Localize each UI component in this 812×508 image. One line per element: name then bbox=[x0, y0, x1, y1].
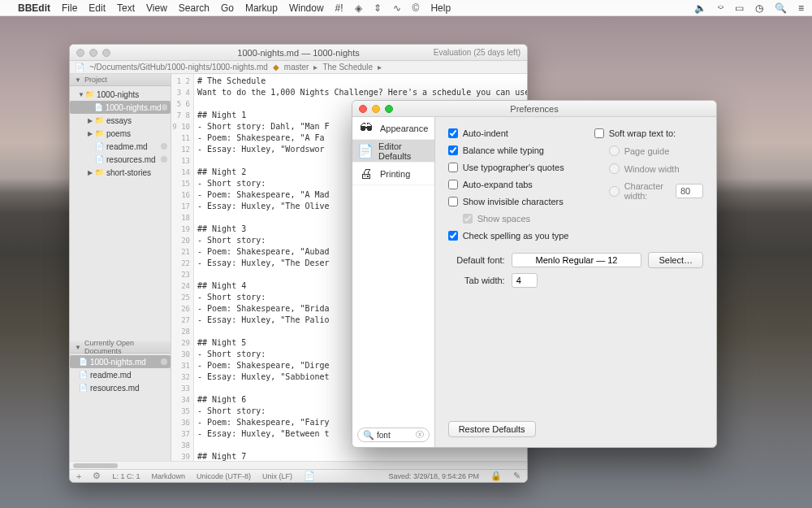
menu-file[interactable]: File bbox=[62, 2, 77, 14]
page-guide-radio[interactable]: Page guide bbox=[609, 145, 703, 156]
auto-expand-tabs-checkbox[interactable]: Auto-expand tabs bbox=[448, 180, 594, 189]
window-width-radio[interactable]: Window width bbox=[609, 163, 703, 174]
line-gutter[interactable]: 1 2 3 4 5 6 7 8 9 10 11 12 13 14 15 16 1… bbox=[171, 74, 194, 461]
prefs-titlebar[interactable]: Preferences bbox=[352, 101, 716, 117]
default-font-field[interactable] bbox=[512, 253, 642, 267]
status-bar: + ⚙ L: 1 C: 1 Markdown Unicode (UTF-8) U… bbox=[70, 469, 527, 482]
prefs-pane-list: 🕶Appearance📄Editor Defaults🖨Printing 🔍 f… bbox=[352, 117, 435, 447]
prefs-pane-appearance[interactable]: 🕶Appearance bbox=[352, 117, 434, 140]
spotlight-icon[interactable]: 🔍 bbox=[775, 2, 787, 14]
add-icon[interactable]: + bbox=[76, 471, 81, 481]
char-width-field[interactable] bbox=[676, 184, 703, 198]
open-docs-list[interactable]: 📄1000-nights.md📄readme.md📄resources.md bbox=[70, 354, 171, 396]
volume-icon[interactable]: 🔈 bbox=[694, 2, 706, 14]
menu-view[interactable]: View bbox=[146, 2, 167, 14]
tree-item[interactable]: 📄resources.md bbox=[70, 153, 171, 166]
editor-titlebar[interactable]: 1000-nights.md — 1000-nights Evaluation … bbox=[70, 45, 527, 61]
scrollbar-thumb[interactable] bbox=[73, 463, 118, 468]
copyright-icon[interactable]: © bbox=[412, 2, 420, 14]
cursor-position: L: 1 C: 1 bbox=[112, 472, 140, 480]
default-font-label: Default font: bbox=[448, 255, 505, 265]
sidebar: ▼Project ▼📁1000-nights📄1000-nights.md▶📁e… bbox=[70, 74, 171, 461]
clear-search-icon[interactable]: ⓧ bbox=[416, 429, 424, 441]
restore-defaults-button[interactable]: Restore Defaults bbox=[448, 421, 536, 437]
horizontal-scrollbar[interactable] bbox=[70, 461, 527, 469]
balance-checkbox[interactable]: Balance while typing bbox=[448, 145, 594, 155]
open-doc-item[interactable]: 📄readme.md bbox=[70, 368, 171, 381]
menu-extra-icon[interactable]: ≡ bbox=[798, 2, 804, 14]
tree-item[interactable]: 📄readme.md bbox=[70, 140, 171, 153]
tree-item[interactable]: ▼📁1000-nights bbox=[70, 88, 171, 101]
project-tree[interactable]: ▼📁1000-nights📄1000-nights.md▶📁essays▶📁po… bbox=[70, 86, 171, 180]
tree-item[interactable]: ▶📁short-stories bbox=[70, 166, 171, 179]
open-doc-item[interactable]: 📄resources.md bbox=[70, 381, 171, 394]
pencil-icon[interactable]: ✎ bbox=[513, 471, 520, 481]
menu-window[interactable]: Window bbox=[289, 2, 324, 14]
prefs-content: Auto-indent Balance while typing Use typ… bbox=[435, 117, 716, 447]
project-panel-header[interactable]: ▼Project bbox=[70, 74, 171, 86]
path-doc[interactable]: ~/Documents/GitHub/1000-nights/1000-nigh… bbox=[89, 63, 268, 72]
char-width-radio[interactable]: Character width: bbox=[609, 181, 703, 201]
menu-shebang[interactable]: #! bbox=[335, 2, 343, 14]
saved-time: Saved: 3/29/18, 9:54:26 PM bbox=[388, 472, 479, 480]
tree-item[interactable]: ▶📁poems bbox=[70, 127, 171, 140]
tab-width-field[interactable] bbox=[512, 273, 538, 288]
menu-search[interactable]: Search bbox=[179, 2, 209, 14]
clock-icon[interactable]: ◷ bbox=[755, 2, 763, 14]
doc-icon[interactable]: 📄 bbox=[304, 471, 315, 481]
tree-item[interactable]: 📄1000-nights.md bbox=[70, 101, 171, 114]
path-branch[interactable]: master bbox=[284, 63, 309, 72]
app-menu[interactable]: BBEdit bbox=[18, 2, 50, 14]
preferences-window: Preferences 🕶Appearance📄Editor Defaults🖨… bbox=[352, 100, 717, 448]
menu-go[interactable]: Go bbox=[221, 2, 234, 14]
language-mode[interactable]: Markdown bbox=[151, 472, 185, 480]
check-spelling-checkbox[interactable]: Check spelling as you type bbox=[448, 231, 594, 241]
prefs-pane-printing[interactable]: 🖨Printing bbox=[352, 163, 434, 185]
show-invisibles-checkbox[interactable]: Show invisible characters bbox=[448, 197, 594, 206]
squiggle-icon[interactable]: ∿ bbox=[393, 2, 401, 14]
menu-text[interactable]: Text bbox=[117, 2, 135, 14]
lock-icon[interactable]: 🔒 bbox=[490, 471, 502, 481]
typographers-quotes-checkbox[interactable]: Use typographer's quotes bbox=[448, 163, 594, 172]
script-icon[interactable]: ◈ bbox=[355, 2, 362, 14]
window-title: 1000-nights.md — 1000-nights bbox=[70, 48, 527, 58]
menu-edit[interactable]: Edit bbox=[89, 2, 106, 14]
prefs-pane-editor-defaults[interactable]: 📄Editor Defaults bbox=[352, 140, 434, 163]
line-endings[interactable]: Unix (LF) bbox=[262, 472, 292, 480]
prefs-title: Preferences bbox=[352, 104, 716, 114]
path-bar[interactable]: 📄 ~/Documents/GitHub/1000-nights/1000-ni… bbox=[70, 61, 527, 74]
show-spaces-checkbox[interactable]: Show spaces bbox=[463, 214, 594, 224]
gear-icon[interactable]: ⚙ bbox=[93, 471, 101, 481]
select-font-button[interactable]: Select… bbox=[648, 252, 703, 268]
battery-icon[interactable]: ▭ bbox=[735, 2, 744, 14]
soft-wrap-checkbox[interactable]: Soft wrap text to: bbox=[594, 128, 703, 138]
wifi-icon[interactable]: ⌔ bbox=[718, 2, 723, 14]
open-docs-panel-header[interactable]: ▼Currently Open Documents bbox=[70, 341, 171, 354]
prefs-search: 🔍 font ⓧ bbox=[352, 423, 434, 447]
menu-markup[interactable]: Markup bbox=[245, 2, 278, 14]
search-icon: 🔍 bbox=[363, 430, 374, 441]
menu-help[interactable]: Help bbox=[430, 2, 451, 14]
auto-indent-checkbox[interactable]: Auto-indent bbox=[448, 128, 594, 138]
path-section[interactable]: The Schedule bbox=[322, 63, 373, 72]
encoding[interactable]: Unicode (UTF-8) bbox=[197, 472, 251, 480]
tree-item[interactable]: ▶📁essays bbox=[70, 114, 171, 127]
menubar: BBEdit File Edit Text View Search Go Mar… bbox=[0, 0, 812, 16]
open-doc-item[interactable]: 📄1000-nights.md bbox=[70, 355, 171, 368]
updown-icon[interactable]: ⇕ bbox=[374, 2, 382, 14]
tab-width-label: Tab width: bbox=[448, 276, 505, 285]
search-input[interactable]: font bbox=[377, 431, 391, 440]
